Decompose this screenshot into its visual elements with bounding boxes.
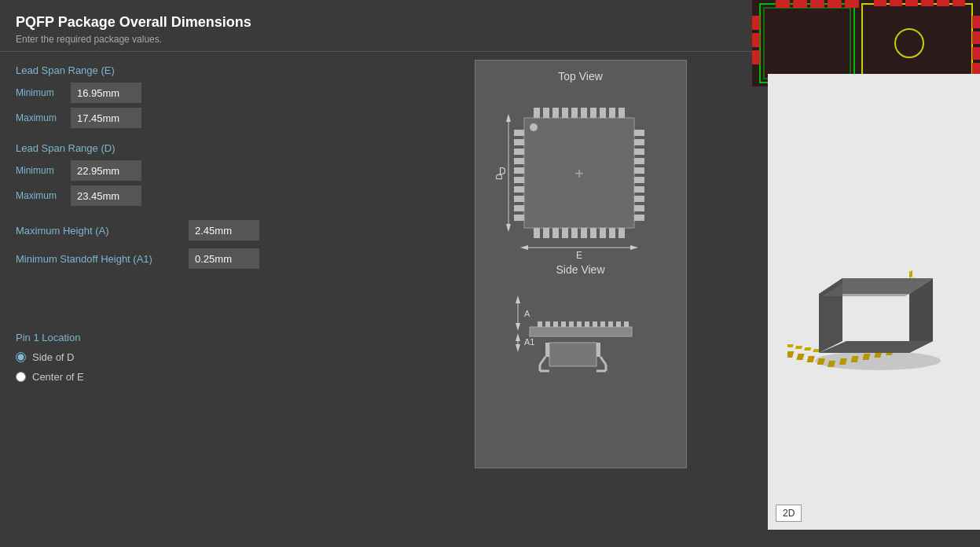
svg-rect-61	[514, 139, 524, 145]
top-view-svg: D D +	[494, 90, 667, 263]
svg-rect-41	[543, 108, 549, 118]
svg-rect-97	[600, 321, 605, 327]
svg-text:A: A	[524, 309, 530, 318]
svg-rect-62	[514, 149, 524, 155]
max-height-input[interactable]	[189, 220, 259, 240]
svg-line-107	[540, 357, 545, 365]
svg-rect-90	[545, 321, 550, 327]
svg-rect-52	[552, 228, 559, 238]
svg-marker-86	[516, 323, 520, 331]
lead-span-e-max-input[interactable]	[71, 108, 141, 128]
radio-center-of-e[interactable]: Center of E	[16, 371, 377, 383]
lead-span-d-max-row: Maximum	[16, 185, 377, 206]
svg-rect-7	[845, 0, 859, 8]
svg-rect-95	[585, 321, 589, 327]
radio-side-of-d[interactable]: Side of D	[16, 351, 377, 363]
svg-rect-12	[752, 16, 760, 30]
svg-rect-49	[618, 108, 625, 118]
svg-rect-105	[549, 343, 596, 366]
side-view-svg: A A1	[502, 284, 659, 409]
svg-rect-63	[514, 158, 524, 164]
svg-rect-79	[634, 215, 644, 221]
svg-text:A1: A1	[524, 337, 534, 347]
svg-rect-13	[752, 33, 760, 47]
right-panel: Preview	[768, 52, 980, 530]
svg-rect-69	[514, 215, 524, 221]
lead-span-e-min-input[interactable]	[71, 83, 141, 103]
lead-span-e-min-label: Minimum	[16, 87, 71, 98]
svg-text:D: D	[499, 166, 506, 177]
lead-span-d-group: Lead Span Range (D) Minimum Maximum	[16, 142, 377, 206]
svg-marker-82	[630, 245, 638, 250]
lead-span-d-max-label: Maximum	[16, 190, 71, 201]
svg-rect-120	[804, 347, 811, 351]
svg-rect-51	[543, 228, 549, 238]
svg-rect-47	[600, 108, 606, 118]
svg-rect-45	[581, 108, 587, 118]
svg-rect-91	[553, 321, 558, 327]
pin-location-title: Pin 1 Location	[16, 332, 377, 343]
left-panel: Lead Span Range (E) Minimum Maximum Lead…	[0, 52, 393, 530]
svg-rect-78	[634, 205, 644, 211]
max-height-label: Maximum Height (A)	[16, 225, 189, 237]
svg-rect-57	[600, 228, 606, 238]
lead-span-d-min-input[interactable]	[71, 160, 141, 181]
svg-rect-88	[530, 327, 632, 336]
svg-rect-5	[810, 0, 824, 8]
svg-rect-96	[593, 321, 597, 327]
svg-rect-22	[952, 0, 965, 6]
svg-rect-55	[581, 228, 587, 238]
min-standoff-input[interactable]	[189, 248, 259, 269]
svg-rect-21	[937, 0, 949, 6]
lead-span-d-min-label: Minimum	[16, 165, 71, 176]
svg-rect-18	[890, 0, 902, 6]
svg-rect-92	[561, 321, 566, 327]
svg-rect-67	[514, 196, 524, 202]
svg-rect-19	[905, 0, 918, 6]
svg-rect-48	[609, 108, 615, 118]
lead-span-d-min-row: Minimum	[16, 160, 377, 181]
svg-rect-72	[634, 149, 644, 155]
svg-rect-28	[972, 16, 980, 28]
lead-span-e-max-label: Maximum	[16, 112, 71, 123]
svg-rect-75	[634, 177, 644, 183]
svg-rect-64	[514, 167, 524, 174]
svg-rect-60	[514, 130, 524, 136]
side-of-d-radio-label: Side of D	[32, 351, 74, 363]
svg-rect-46	[590, 108, 596, 118]
center-of-e-radio[interactable]	[16, 372, 26, 382]
svg-rect-6	[828, 0, 842, 8]
svg-rect-71	[634, 139, 644, 145]
svg-rect-94	[577, 321, 582, 327]
svg-rect-118	[787, 344, 794, 347]
lead-span-d-label: Lead Span Range (D)	[16, 142, 377, 154]
svg-rect-129	[796, 354, 804, 360]
svg-rect-3	[776, 0, 790, 8]
svg-rect-89	[538, 321, 542, 327]
svg-rect-53	[562, 228, 568, 238]
min-standoff-row: Minimum Standoff Height (A1)	[16, 248, 377, 269]
svg-rect-56	[590, 228, 596, 238]
2d-button[interactable]: 2D	[776, 505, 802, 522]
side-of-d-radio[interactable]	[16, 352, 26, 362]
svg-rect-50	[534, 228, 540, 238]
lead-span-e-label: Lead Span Range (E)	[16, 64, 377, 76]
svg-text:+: +	[574, 165, 584, 182]
svg-rect-66	[514, 186, 524, 193]
svg-rect-40	[534, 108, 540, 118]
preview-chip-svg	[787, 223, 960, 380]
lead-span-d-max-input[interactable]	[71, 185, 141, 206]
center-of-e-radio-label: Center of E	[32, 371, 84, 383]
svg-rect-43	[562, 108, 568, 118]
svg-rect-44	[571, 108, 578, 118]
lead-span-e-max-row: Maximum	[16, 108, 377, 128]
svg-rect-128	[787, 351, 794, 358]
svg-rect-59	[618, 228, 625, 238]
svg-rect-76	[634, 186, 644, 193]
svg-line-111	[600, 357, 606, 365]
center-panel: Top View D D +	[393, 52, 768, 530]
top-view-title: Top View	[558, 70, 603, 83]
svg-rect-30	[972, 47, 980, 60]
svg-rect-122	[909, 270, 912, 277]
svg-rect-93	[569, 321, 574, 327]
